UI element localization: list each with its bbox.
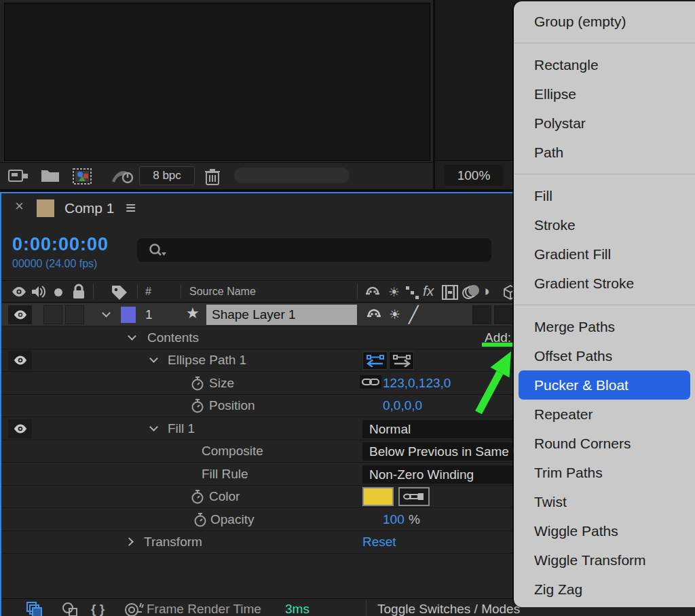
shy-switch-icon[interactable]: [364, 285, 381, 300]
menu-item-rectangle[interactable]: Rectangle: [514, 50, 695, 79]
color-stopwatch-icon[interactable]: [190, 489, 205, 504]
menu-item-wiggle-transform[interactable]: Wiggle Transform: [514, 545, 695, 575]
menu-item-path[interactable]: Path: [514, 138, 695, 167]
menu-item-ellipse[interactable]: Ellipse: [514, 79, 695, 109]
fill-twirl-icon[interactable]: [149, 423, 158, 431]
layer-collapse-icon[interactable]: ☀: [389, 307, 400, 322]
toggle-switches-modes-button[interactable]: Toggle Switches / Modes: [377, 602, 520, 616]
ellipse-visibility-toggle[interactable]: [8, 351, 32, 370]
contents-label[interactable]: Contents: [147, 330, 199, 345]
transform-reset-button[interactable]: Reset: [362, 535, 396, 550]
transform-label[interactable]: Transform: [144, 535, 202, 550]
add-shape-context-menu: Group (empty) Rectangle Ellipse Polystar…: [514, 1, 695, 607]
menu-item-group-empty[interactable]: Group (empty): [514, 7, 695, 36]
collapse-transformations-icon[interactable]: ☀: [388, 284, 400, 300]
fill-rule-dropdown[interactable]: Non-Zero Winding: [362, 465, 531, 484]
horizontal-scrollbar-thumb[interactable]: [234, 168, 350, 183]
bit-depth-button[interactable]: 8 bpc: [139, 166, 195, 185]
size-label[interactable]: Size: [209, 376, 234, 391]
fill-visibility-toggle[interactable]: [8, 419, 32, 438]
gpu-acceleration-icon[interactable]: [111, 168, 134, 185]
menu-item-round-corners[interactable]: Round Corners: [514, 429, 695, 458]
menu-separator: [514, 174, 695, 174]
solo-toggle-box[interactable]: [65, 305, 84, 324]
blend-mode-dropdown[interactable]: Normal: [362, 420, 531, 438]
position-stopwatch-icon[interactable]: [190, 398, 205, 413]
constrain-proportions-link-icon[interactable]: [360, 375, 381, 389]
menu-item-repeater[interactable]: Repeater: [514, 400, 695, 429]
project-flowchart-icon[interactable]: [8, 168, 29, 184]
path-direction-reverse-button[interactable]: [362, 351, 388, 370]
menu-separator: [514, 305, 695, 305]
ellipse-path-label[interactable]: Ellipse Path 1: [168, 353, 246, 368]
fill-color-swatch[interactable]: [362, 487, 394, 506]
composite-dropdown[interactable]: Below Previous in Same Group: [362, 442, 531, 461]
graph-editor-shapes-icon[interactable]: [61, 601, 80, 616]
layer-index: 1: [145, 307, 153, 322]
menu-item-pucker-and-bloat[interactable]: Pucker & Bloat: [519, 370, 690, 400]
color-label[interactable]: Color: [209, 489, 240, 504]
layer-switch-box[interactable]: [494, 305, 513, 324]
menu-item-trim-paths[interactable]: Trim Paths: [514, 458, 695, 487]
menu-item-gradient-fill[interactable]: Gradient Fill: [514, 239, 695, 269]
ellipse-twirl-icon[interactable]: [149, 354, 158, 363]
folder-icon[interactable]: [41, 168, 60, 184]
effects-fx-icon[interactable]: fx: [423, 283, 434, 299]
menu-item-offset-paths[interactable]: Offset Paths: [514, 341, 695, 370]
current-timecode[interactable]: 0:00:00:00: [12, 234, 109, 255]
layer-switch-box[interactable]: [472, 305, 491, 324]
composition-mini-flowchart-icon[interactable]: [26, 601, 43, 616]
path-direction-normal-button[interactable]: [389, 351, 414, 370]
transform-twirl-icon[interactable]: [125, 537, 134, 546]
opacity-stopwatch-icon[interactable]: [193, 512, 208, 527]
menu-item-twist[interactable]: Twist: [514, 487, 695, 516]
contents-twirl-icon[interactable]: [128, 332, 136, 341]
panel-menu-icon[interactable]: ≡: [126, 197, 136, 218]
expressions-braces-icon[interactable]: { }: [91, 602, 105, 616]
source-name-column-label[interactable]: Source Name: [189, 286, 256, 298]
project-toolbar: 8 bpc: [0, 162, 433, 189]
size-stopwatch-icon[interactable]: [190, 376, 205, 391]
opacity-value[interactable]: 100: [383, 512, 405, 527]
frame-blending-icon[interactable]: [441, 284, 459, 301]
composite-label[interactable]: Composite: [202, 444, 263, 459]
menu-item-polystar[interactable]: Polystar: [514, 109, 695, 138]
layer-quality-icon[interactable]: ╱: [409, 305, 418, 324]
size-value[interactable]: 123,0,123,0: [383, 376, 451, 391]
position-label[interactable]: Position: [209, 398, 255, 413]
menu-separator: [514, 43, 695, 43]
menu-item-stroke[interactable]: Stroke: [514, 210, 695, 239]
menu-item-fill[interactable]: Fill: [514, 181, 695, 210]
menu-item-zig-zag[interactable]: Zig Zag: [514, 575, 695, 604]
comp-tab-title[interactable]: Comp 1: [64, 200, 115, 216]
render-snail-icon[interactable]: [124, 601, 144, 616]
viewer-zoom-button[interactable]: 100%: [445, 165, 503, 186]
eyedropper-button[interactable]: [398, 487, 430, 506]
timeline-search-input[interactable]: [137, 238, 491, 262]
trash-icon[interactable]: [204, 168, 221, 186]
layer-name[interactable]: Shape Layer 1: [206, 305, 357, 325]
tab-close-icon[interactable]: ×: [15, 199, 24, 214]
index-column-label[interactable]: #: [145, 286, 151, 298]
frame-counter: 00000 (24.00 fps): [12, 258, 97, 270]
project-content-area: [4, 3, 430, 161]
menu-item-wiggle-paths[interactable]: Wiggle Paths: [514, 516, 695, 545]
layer-visibility-toggle[interactable]: [8, 305, 32, 324]
layer-shy-icon[interactable]: [366, 307, 382, 322]
adjustment-layer-icon[interactable]: ◑: [481, 283, 490, 299]
audio-column-icon: [31, 284, 47, 299]
label-column-icon: [110, 284, 129, 301]
fill-rule-label[interactable]: Fill Rule: [202, 467, 248, 482]
menu-item-gradient-stroke[interactable]: Gradient Stroke: [514, 269, 695, 298]
layer-label-color-swatch[interactable]: [121, 307, 136, 323]
opacity-label[interactable]: Opacity: [210, 512, 254, 527]
motion-blur-icon[interactable]: [405, 285, 419, 300]
menu-item-merge-paths[interactable]: Merge Paths: [514, 312, 695, 341]
fill-group-label[interactable]: Fill 1: [168, 421, 195, 436]
position-value[interactable]: 0,0,0,0: [383, 398, 422, 413]
new-composition-icon[interactable]: [72, 168, 92, 185]
audio-toggle-box[interactable]: [43, 305, 62, 324]
layer-twirl-icon[interactable]: [102, 309, 111, 317]
quality-icon[interactable]: [462, 284, 482, 301]
comp-thumbnail-swatch: [37, 199, 54, 217]
